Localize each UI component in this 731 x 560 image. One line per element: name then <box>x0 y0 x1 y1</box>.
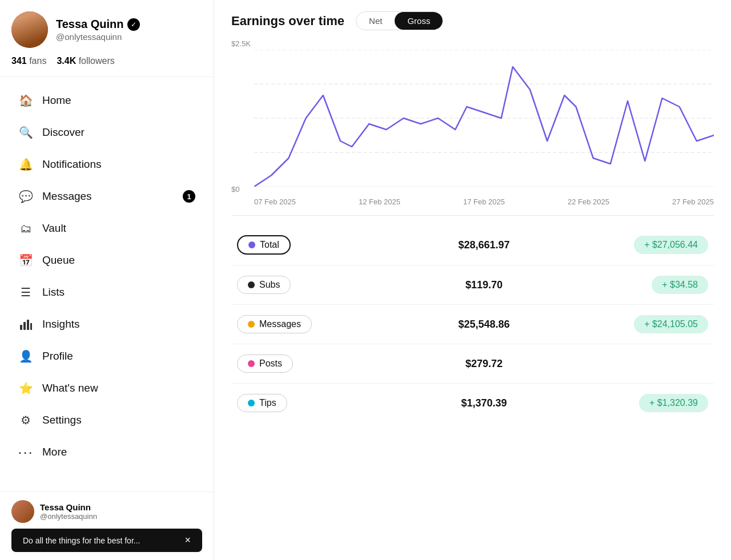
total-label: Total <box>260 240 279 250</box>
sidebar-item-label: What's new <box>42 382 98 394</box>
tips-value: $1,370.39 <box>351 397 617 409</box>
sidebar-item-label: Insights <box>42 318 79 331</box>
sidebar-item-label: Vault <box>42 222 66 235</box>
messages-change: + $24,105.05 <box>617 315 708 333</box>
sidebar-item-queue[interactable]: 📅 Queue <box>6 245 208 276</box>
subs-value: $119.70 <box>351 279 617 291</box>
gross-toggle-button[interactable]: Gross <box>395 12 443 30</box>
y-axis-top: $2.5K <box>231 39 251 48</box>
sidebar-item-home[interactable]: 🏠 Home <box>6 85 208 116</box>
total-change-badge: + $27,056.44 <box>634 236 708 254</box>
net-toggle-button[interactable]: Net <box>356 12 395 30</box>
messages-dot <box>248 321 255 328</box>
sidebar-item-notifications[interactable]: 🔔 Notifications <box>6 149 208 180</box>
table-row: Subs $119.70 + $34.58 <box>231 265 714 305</box>
bottom-profile[interactable]: Tessa Quinn @onlytessaquinn <box>11 500 202 523</box>
total-dot <box>248 241 255 248</box>
subs-label: Subs <box>259 280 280 290</box>
x-label-1: 07 Feb 2025 <box>254 198 296 206</box>
subs-pill[interactable]: Subs <box>237 276 291 294</box>
sidebar-item-vault[interactable]: 🗂 Vault <box>6 213 208 244</box>
bottom-avatar <box>11 500 34 523</box>
row-label-total: Total <box>237 235 351 255</box>
more-icon: ··· <box>18 445 33 460</box>
posts-pill[interactable]: Posts <box>237 354 293 373</box>
sidebar-item-more[interactable]: ··· More <box>6 437 208 468</box>
toast-text: Do all the things for the best for... <box>23 536 140 545</box>
home-icon: 🏠 <box>18 93 33 108</box>
sidebar: Tessa Quinn ✓ @onlytessaquinn 341 fans 3… <box>0 0 214 560</box>
list-icon: ☰ <box>18 285 33 300</box>
bottom-name: Tessa Quinn <box>40 502 97 512</box>
posts-label: Posts <box>259 358 282 369</box>
row-label-posts: Posts <box>237 354 351 373</box>
chart-icon <box>18 317 33 332</box>
sidebar-item-insights[interactable]: Insights <box>6 309 208 340</box>
subs-change: + $34.58 <box>617 276 708 294</box>
posts-value: $279.72 <box>351 358 617 370</box>
navigation: 🏠 Home 🔍 Discover 🔔 Notifications 💬 Mess… <box>0 82 214 491</box>
bottom-info: Tessa Quinn @onlytessaquinn <box>40 502 97 521</box>
subs-dot <box>248 281 255 288</box>
svg-rect-3 <box>30 323 32 330</box>
earnings-title: Earnings over time <box>231 14 344 29</box>
earnings-header: Earnings over time Net Gross <box>231 11 714 30</box>
total-pill[interactable]: Total <box>237 235 291 255</box>
subs-change-badge: + $34.58 <box>652 276 708 294</box>
messages-value: $25,548.86 <box>351 319 617 331</box>
sidebar-item-label: Discover <box>42 126 85 139</box>
tips-change-badge: + $1,320.39 <box>639 394 708 412</box>
sidebar-item-messages[interactable]: 💬 Messages 1 <box>6 181 208 212</box>
chat-icon: 💬 <box>18 189 33 204</box>
svg-rect-2 <box>27 320 29 330</box>
table-row: Messages $25,548.86 + $24,105.05 <box>231 305 714 344</box>
toast-close-button[interactable]: × <box>184 534 191 546</box>
row-label-subs: Subs <box>237 276 351 294</box>
queue-icon: 📅 <box>18 253 33 268</box>
sidebar-item-settings[interactable]: ⚙ Settings <box>6 405 208 436</box>
x-label-3: 17 Feb 2025 <box>463 198 505 206</box>
tips-dot <box>248 400 255 406</box>
sidebar-item-whats-new[interactable]: ⭐ What's new <box>6 373 208 404</box>
x-label-4: 22 Feb 2025 <box>568 198 609 206</box>
messages-badge: 1 <box>183 190 195 203</box>
table-row: Total $28,661.97 + $27,056.44 <box>231 225 714 265</box>
sidebar-bottom: Tessa Quinn @onlytessaquinn Do all the t… <box>0 491 214 560</box>
sidebar-item-label: Lists <box>42 286 65 299</box>
sidebar-item-label: Queue <box>42 254 75 267</box>
profile-stats: 341 fans 3.4K followers <box>11 56 202 66</box>
posts-dot <box>248 360 255 367</box>
svg-rect-0 <box>20 325 22 330</box>
messages-pill[interactable]: Messages <box>237 315 312 333</box>
fans-stat: 341 fans <box>11 56 46 66</box>
toast-bar: Do all the things for the best for... × <box>11 529 202 552</box>
profile-info: Tessa Quinn ✓ @onlytessaquinn <box>56 18 140 42</box>
sidebar-item-profile[interactable]: 👤 Profile <box>6 341 208 372</box>
sidebar-item-lists[interactable]: ☰ Lists <box>6 277 208 308</box>
sidebar-item-label: Notifications <box>42 158 102 171</box>
row-label-messages: Messages <box>237 315 351 333</box>
sidebar-item-label: Settings <box>42 414 82 426</box>
sidebar-item-discover[interactable]: 🔍 Discover <box>6 117 208 148</box>
earnings-toggle: Net Gross <box>356 11 443 30</box>
sidebar-item-label: Profile <box>42 350 73 362</box>
profile-handle: @onlytessaquinn <box>56 32 140 42</box>
avatar[interactable] <box>11 11 48 48</box>
svg-rect-1 <box>23 322 26 330</box>
table-row: Posts $279.72 <box>231 344 714 384</box>
x-axis-labels: 07 Feb 2025 12 Feb 2025 17 Feb 2025 22 F… <box>254 194 714 210</box>
section-divider <box>231 215 714 216</box>
x-label-5: 27 Feb 2025 <box>672 198 714 206</box>
earnings-data-rows: Total $28,661.97 + $27,056.44 Subs $119.… <box>231 225 714 422</box>
row-label-tips: Tips <box>237 394 351 412</box>
tips-pill[interactable]: Tips <box>237 394 287 412</box>
main-content: Earnings over time Net Gross $2.5K $0 07 <box>214 0 731 560</box>
followers-stat: 3.4K followers <box>57 56 114 66</box>
sidebar-item-label: Messages <box>42 190 92 203</box>
tips-change: + $1,320.39 <box>617 394 708 412</box>
star-icon: ⭐ <box>18 381 33 396</box>
tips-label: Tips <box>259 398 276 408</box>
search-icon: 🔍 <box>18 125 33 140</box>
chart-svg-area <box>254 50 714 187</box>
profile-section: Tessa Quinn ✓ @onlytessaquinn 341 fans 3… <box>0 0 214 77</box>
